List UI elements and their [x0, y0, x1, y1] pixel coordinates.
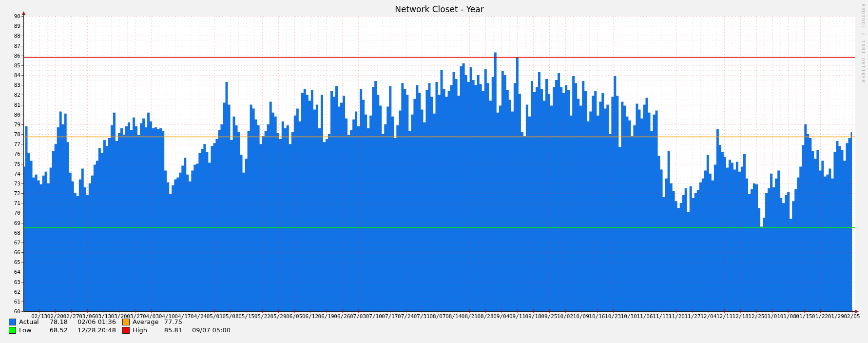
chart-canvas — [0, 0, 868, 343]
y-axis-label: 68 — [0, 230, 20, 236]
legend-label-average: Average — [133, 318, 163, 325]
y-axis-label: 82 — [0, 92, 20, 98]
x-axis-label: 02/05 — [842, 314, 862, 319]
y-axis-label: 89 — [0, 23, 20, 29]
y-axis-label: 90 — [0, 14, 20, 19]
y-axis-label: 70 — [0, 210, 20, 216]
legend-row-2: Low 68.52 12/28 20:48 High 85.81 09/07 0… — [9, 326, 241, 334]
y-axis-label: 63 — [0, 280, 20, 285]
average-swatch-icon — [122, 319, 130, 325]
legend-value-actual: 78.18 — [48, 318, 68, 325]
legend-value-low: 68.52 — [48, 326, 68, 334]
y-axis-label: 85 — [0, 63, 20, 68]
y-axis-label: 71 — [0, 201, 20, 206]
y-axis-label: 64 — [0, 269, 20, 275]
y-axis-label: 78 — [0, 132, 20, 137]
legend-value-high: 85.81 — [163, 326, 182, 334]
y-axis-label: 62 — [0, 289, 20, 295]
actual-swatch-icon — [9, 319, 16, 325]
y-axis-label: 76 — [0, 151, 20, 157]
y-axis-label: 60 — [0, 309, 20, 314]
high-swatch-icon — [122, 327, 130, 334]
rrdtool-graph: Network Closet - Year 908988878685848382… — [0, 0, 868, 343]
y-axis-label: 75 — [0, 161, 20, 167]
y-axis-label: 88 — [0, 33, 20, 39]
y-axis-label: 73 — [0, 181, 20, 186]
y-axis-label: 81 — [0, 102, 20, 108]
y-axis-label: 69 — [0, 221, 20, 226]
y-axis-label: 61 — [0, 299, 20, 304]
legend-label-actual: Actual — [19, 318, 48, 325]
low-swatch-icon — [9, 327, 16, 334]
legend-row-1: Actual 78.18 02/06 01:36 Average 77.75 — [9, 318, 241, 326]
y-axis-label: 86 — [0, 53, 20, 59]
y-axis-label: 84 — [0, 73, 20, 78]
legend-time-high: 09/07 05:00 — [192, 326, 241, 334]
y-axis-label: 77 — [0, 141, 20, 147]
y-axis-label: 67 — [0, 240, 20, 245]
y-axis-label: 72 — [0, 191, 20, 196]
legend-value-average: 77.75 — [163, 318, 182, 325]
chart-legend: Actual 78.18 02/06 01:36 Average 77.75 L… — [9, 318, 241, 334]
rrdtool-watermark: RRDTOOL / TOBI OETIKER — [861, 4, 866, 83]
legend-time-actual: 02/06 01:36 — [77, 318, 119, 325]
y-axis-label: 74 — [0, 171, 20, 177]
y-axis-label: 66 — [0, 250, 20, 255]
y-axis-label: 79 — [0, 122, 20, 127]
page-title: Network Closet - Year — [23, 4, 855, 14]
legend-label-high: High — [133, 326, 163, 334]
y-axis-label: 87 — [0, 43, 20, 49]
y-axis-label: 65 — [0, 260, 20, 265]
legend-label-low: Low — [19, 326, 48, 334]
y-axis-label: 83 — [0, 82, 20, 88]
legend-time-low: 12/28 20:48 — [77, 326, 119, 334]
y-axis-label: 80 — [0, 112, 20, 118]
